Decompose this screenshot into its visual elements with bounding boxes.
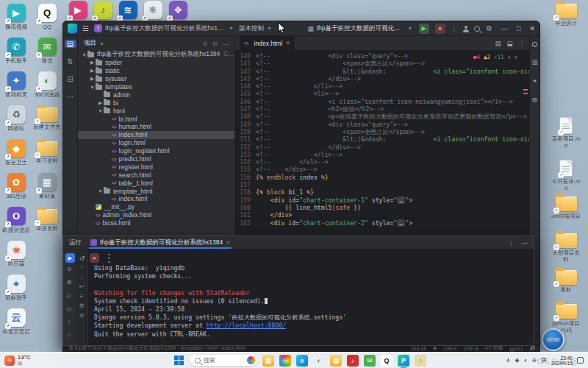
chevron-down-icon[interactable]: ▼	[97, 108, 104, 113]
tree-item-human.html[interactable]: <>human.html	[78, 123, 234, 131]
taskbar-icon-wechat[interactable]: ✉	[364, 355, 376, 367]
desktop-icon-今日安排.md[interactable]: ↗今日安排.md	[551, 159, 581, 191]
chevron-right-icon[interactable]: ▶	[97, 100, 104, 106]
soft-wrap-icon[interactable]: ↩	[79, 283, 85, 290]
ai-assistant-icon[interactable]: ✦	[532, 77, 537, 85]
tree-item-table_1.html[interactable]: <>table_1.html	[78, 179, 234, 187]
code-line[interactable]: 142<!-- &lt;|&ndash; <i class="iconfont …	[235, 68, 529, 75]
desktop-icon-有道云笔记[interactable]: 云↗有道云笔记	[1, 308, 31, 336]
hide-panel-icon[interactable]: —	[223, 40, 229, 47]
floating-timer-widget[interactable]: 00:00	[542, 328, 564, 351]
desktop-icon-欧朋浏览器[interactable]: O↗欧朋浏览器	[1, 207, 31, 234]
taskbar-icon-qq[interactable]: Q	[381, 355, 392, 367]
taskbar-icon-folder2[interactable]: ▦	[330, 355, 342, 367]
desktop-icon-回收站[interactable]: ♻↗回收站	[1, 105, 31, 132]
more-actions-icon[interactable]: ⋮	[451, 25, 458, 32]
branch-icon[interactable]: ⑂	[68, 332, 71, 339]
close-button[interactable]: ✕	[529, 25, 535, 32]
tree-item-templates[interactable]: ▼templates	[78, 83, 234, 91]
tree-item-spider[interactable]: ▶spider	[78, 59, 234, 67]
desktop-icon-安全卫士[interactable]: ◆↗安全卫士	[1, 139, 31, 166]
desktop-icon-360浏览器[interactable]: ◐↗360浏览器	[32, 71, 62, 99]
desktop-icon-向日葵[interactable]: ❀↗向日葵	[1, 241, 31, 268]
up-stack-icon[interactable]: ↑	[80, 264, 83, 271]
error-stripe-mark[interactable]	[523, 89, 528, 91]
minimize-button[interactable]: —	[501, 25, 508, 32]
collapse-all-icon[interactable]: ⊟	[212, 40, 218, 47]
stop-process-button[interactable]: ■	[90, 253, 99, 263]
code-line[interactable]: 144<!-- </li>-->	[235, 82, 529, 90]
code-line[interactable]: 148<!-- <p>疫情基于疾控大数据的可视化分析系统等动态更新的数据资讯</…	[235, 113, 529, 120]
code-line[interactable]: 143<!-- </div>-->	[235, 75, 529, 82]
maximize-button[interactable]: □	[517, 25, 520, 32]
tree-item-admin[interactable]: admin	[78, 91, 234, 99]
taskbar-icon-explorer[interactable]: ▦	[262, 355, 274, 367]
chevron-right-icon[interactable]: ▶	[89, 68, 96, 74]
structure-tool-icon[interactable]: ⊟	[67, 75, 73, 83]
encoding[interactable]: UTF-8	[464, 346, 478, 351]
desktop-icon-360压缩[interactable]: ✿↗360压缩	[1, 173, 31, 200]
chevron-right-icon[interactable]: ▶	[89, 60, 96, 66]
close-tab-icon[interactable]: ✕	[226, 240, 230, 246]
tree-item-__init__.py[interactable]: __init__.py	[78, 203, 234, 211]
code-line[interactable]: 155<!-- </div>-->	[235, 166, 529, 173]
tree-item-bi.html[interactable]: <>bi.html	[78, 115, 234, 123]
more-tools-icon[interactable]: ⋯	[67, 93, 74, 101]
code-line[interactable]: 146<!-- <i class="iconfont icon-neiwangy…	[235, 98, 529, 105]
volume-icon[interactable]: ◖	[524, 357, 528, 364]
error-stripe-mark[interactable]	[523, 93, 528, 94]
chevron-down-icon[interactable]: ▼	[97, 188, 104, 194]
code-line[interactable]: 151<!-- &lt;|&ndash; <i class="iconfont …	[235, 135, 529, 143]
code-line[interactable]: 147<!-- <h2>疫情</h2>-->	[235, 105, 529, 113]
services-icon[interactable]: ≣	[67, 279, 72, 286]
ime-icon[interactable]: 拼	[541, 356, 547, 364]
tree-item-index.html[interactable]: <>index.html	[78, 195, 234, 203]
desktop-icon-大创项目资料[interactable]: ↗大创项目资料	[551, 231, 581, 263]
tree-item-predict.html[interactable]: <>predict.html	[78, 155, 234, 163]
code-line[interactable]: 150<!-- <span>全国占比</span>-->	[235, 128, 529, 135]
chevron-right-icon[interactable]: ▶	[89, 76, 96, 82]
tree-item-login_register.html[interactable]: <>login_register.html	[78, 147, 234, 155]
tree-item-template_html[interactable]: ▼template_html	[78, 187, 234, 195]
console-settings-icon[interactable]: ⚙	[79, 302, 84, 309]
readonly-lock-icon[interactable]	[530, 347, 534, 350]
desktop-icon-毕设资料[interactable]: ↗毕设资料	[32, 207, 62, 233]
weather-widget[interactable]: ☀ 13°C 晴	[0, 355, 66, 366]
taskbar-icon-chrome[interactable]: ◎	[279, 355, 291, 367]
desktop-icon-竞赛项目.md[interactable]: ↗竞赛项目.md	[551, 116, 581, 149]
code-line[interactable]: 162 <div id="chart-container-2" style="……	[235, 219, 529, 227]
restart-icon[interactable]: ↺	[79, 255, 85, 262]
desktop-icon-素材[interactable]: ↗素材	[551, 268, 581, 294]
problems-icon[interactable]: !	[68, 319, 70, 325]
terminal-icon[interactable]: ▭	[66, 305, 72, 312]
network-icon[interactable]: ≋	[531, 357, 537, 364]
taskbar-icon-netease[interactable]: ♪	[347, 355, 359, 367]
settings-gear-icon[interactable]: ⚙	[486, 24, 492, 32]
split-editor-icon[interactable]: ⬓	[506, 40, 512, 47]
vcs-widget[interactable]: 版本控制 ▼	[239, 24, 272, 33]
todo-tool-icon[interactable]: ▥	[531, 58, 537, 66]
code-line[interactable]: 149<!-- <div class="query">-->	[235, 121, 529, 128]
tab-index-html[interactable]: <> index.html ✕	[240, 36, 295, 50]
notifications-bell-icon[interactable]	[532, 42, 537, 46]
caret-position[interactable]: 163:18	[411, 346, 426, 351]
taskbar-icon-edge[interactable]: e	[296, 355, 308, 367]
mute-icon[interactable]: ⊘	[67, 266, 72, 272]
rerun-button[interactable]: ▶	[65, 253, 75, 263]
main-menu-icon[interactable]: ☰	[82, 24, 89, 32]
run-config-tab[interactable]: thp基于疾控大数据的可视化分析系统hx1384 ✕	[89, 236, 232, 249]
run-more-icon[interactable]: ⋮	[508, 239, 514, 247]
chevron-down-icon[interactable]: ▼	[89, 85, 96, 90]
tree-item-static[interactable]: ▶static	[78, 67, 234, 75]
scroll-end-icon[interactable]: ≡	[80, 293, 84, 300]
clear-console-icon[interactable]: ⊘	[79, 312, 85, 319]
database-tool-icon[interactable]: ⛃	[532, 96, 537, 104]
line-separator[interactable]: CRLF	[443, 346, 456, 351]
desktop-icon-手机助手[interactable]: ✆↗手机助手	[1, 38, 31, 65]
desktop-icon-素材库[interactable]: ▦↗素材库	[32, 173, 62, 200]
layout-icon[interactable]: ▤	[495, 40, 501, 47]
code-line[interactable]: 161 </div>	[235, 211, 529, 219]
desktop-icon-QQ[interactable]: Q↗QQ	[32, 4, 62, 31]
tree-item-register.html[interactable]: <>register.html	[78, 163, 234, 171]
run-button[interactable]: ▶	[419, 24, 429, 34]
